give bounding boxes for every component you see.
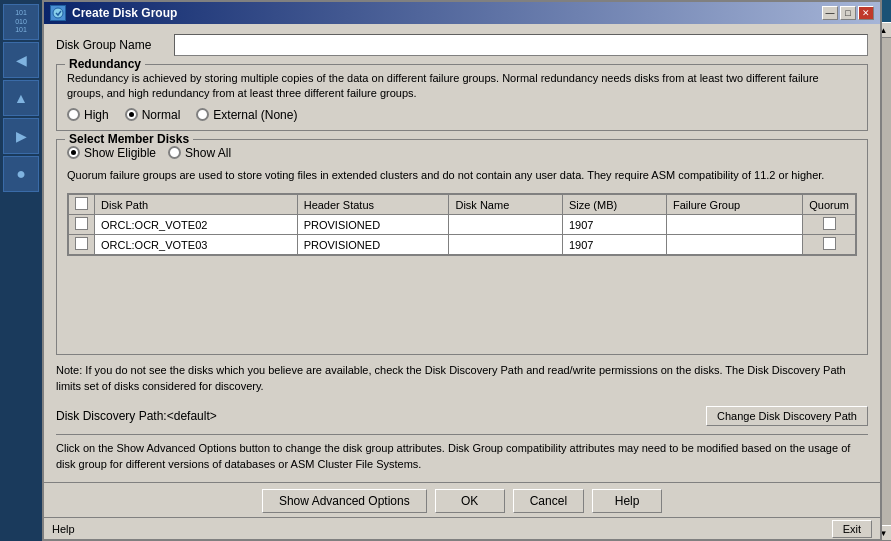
cell-4: [666, 215, 802, 235]
table-row[interactable]: ORCL:OCR_VOTE03PROVISIONED1907: [69, 235, 856, 255]
exit-button[interactable]: Exit: [832, 520, 872, 538]
redundancy-group: Redundancy Redundancy is achieved by sto…: [56, 64, 868, 131]
radio-normal-label: Normal: [142, 108, 181, 122]
quorum-note: Quorum failure groups are used to store …: [67, 168, 857, 183]
sidebar-icon-up[interactable]: ▲: [3, 80, 39, 116]
radio-high-label: High: [84, 108, 109, 122]
left-sidebar: 101010101 ◀ ▲ ▶ ●: [0, 0, 42, 541]
show-options-row: Show Eligible Show All: [67, 146, 857, 160]
show-all-radio: [168, 146, 181, 159]
cell-0: ORCL:OCR_VOTE03: [95, 235, 298, 255]
status-bar: Help Exit: [44, 517, 880, 539]
table-spacer: [67, 260, 857, 346]
show-eligible-radio: [67, 146, 80, 159]
dialog-titlebar: Create Disk Group — □ ✕: [44, 2, 880, 24]
radio-external-label: External (None): [213, 108, 297, 122]
show-eligible-text: Show Eligible: [84, 146, 156, 160]
quorum-checkbox-1[interactable]: [823, 237, 836, 250]
disk-group-name-row: Disk Group Name: [56, 34, 868, 56]
create-disk-group-dialog: Create Disk Group — □ ✕ Disk Group Name …: [42, 0, 882, 541]
minimize-button[interactable]: —: [822, 6, 838, 20]
header-checkbox[interactable]: [75, 197, 88, 210]
dialog-content: Disk Group Name Redundancy Redundancy is…: [44, 24, 880, 482]
cell-1: PROVISIONED: [297, 235, 449, 255]
member-disks-group: Select Member Disks Show Eligible Show A…: [56, 139, 868, 356]
disk-group-name-label: Disk Group Name: [56, 38, 166, 52]
sidebar-icon-binary[interactable]: 101010101: [3, 4, 39, 40]
titlebar-buttons: — □ ✕: [822, 6, 874, 20]
radio-normal-circle: [125, 108, 138, 121]
sidebar-icon-left[interactable]: ◀: [3, 42, 39, 78]
col-header-status: Header Status: [297, 195, 449, 215]
radio-normal[interactable]: Normal: [125, 108, 181, 122]
discovery-row: Disk Discovery Path:<default> Change Dis…: [56, 406, 868, 426]
ok-button[interactable]: OK: [435, 489, 505, 513]
disk-table-container[interactable]: Disk Path Header Status Disk Name Size (…: [67, 193, 857, 256]
table-row[interactable]: ORCL:OCR_VOTE02PROVISIONED1907: [69, 215, 856, 235]
sidebar-icon-right[interactable]: ▶: [3, 118, 39, 154]
col-size: Size (MB): [562, 195, 666, 215]
radio-external-circle: [196, 108, 209, 121]
show-all-label[interactable]: Show All: [168, 146, 231, 160]
note-text: Note: If you do not see the disks which …: [56, 363, 868, 394]
close-button[interactable]: ✕: [858, 6, 874, 20]
row-checkbox-0[interactable]: [75, 217, 88, 230]
radio-high-circle: [67, 108, 80, 121]
radio-external[interactable]: External (None): [196, 108, 297, 122]
cell-2: [449, 235, 562, 255]
svg-point-0: [53, 8, 63, 18]
cell-3: 1907: [562, 215, 666, 235]
sidebar-icon-dot[interactable]: ●: [3, 156, 39, 192]
button-row: Show Advanced Options OK Cancel Help: [44, 482, 880, 517]
cell-4: [666, 235, 802, 255]
redundancy-title: Redundancy: [65, 57, 145, 71]
change-discovery-path-button[interactable]: Change Disk Discovery Path: [706, 406, 868, 426]
dialog-icon: [50, 5, 66, 21]
dialog-overlay: ▲ ▼ Create Disk Group —: [42, 0, 891, 541]
table-header-row: Disk Path Header Status Disk Name Size (…: [69, 195, 856, 215]
cell-2: [449, 215, 562, 235]
show-eligible-label[interactable]: Show Eligible: [67, 146, 156, 160]
col-quorum: Quorum: [803, 195, 856, 215]
cancel-button[interactable]: Cancel: [513, 489, 584, 513]
show-all-text: Show All: [185, 146, 231, 160]
maximize-button[interactable]: □: [840, 6, 856, 20]
help-status-label: Help: [52, 523, 75, 535]
disk-table: Disk Path Header Status Disk Name Size (…: [68, 194, 856, 255]
quorum-checkbox-0[interactable]: [823, 217, 836, 230]
disk-group-name-input[interactable]: [174, 34, 868, 56]
cell-1: PROVISIONED: [297, 215, 449, 235]
bottom-note: Click on the Show Advanced Options butto…: [56, 434, 868, 472]
row-checkbox-1[interactable]: [75, 237, 88, 250]
redundancy-description: Redundancy is achieved by storing multip…: [67, 71, 857, 102]
radio-high[interactable]: High: [67, 108, 109, 122]
dialog-title: Create Disk Group: [50, 5, 177, 21]
col-disk-name: Disk Name: [449, 195, 562, 215]
member-disks-title: Select Member Disks: [65, 132, 193, 146]
help-button[interactable]: Help: [592, 489, 662, 513]
cell-0: ORCL:OCR_VOTE02: [95, 215, 298, 235]
col-check: [69, 195, 95, 215]
col-disk-path: Disk Path: [95, 195, 298, 215]
col-failure-group: Failure Group: [666, 195, 802, 215]
cell-3: 1907: [562, 235, 666, 255]
discovery-label: Disk Discovery Path:<default>: [56, 409, 217, 423]
redundancy-options: High Normal External (None): [67, 108, 857, 122]
show-advanced-options-button[interactable]: Show Advanced Options: [262, 489, 427, 513]
